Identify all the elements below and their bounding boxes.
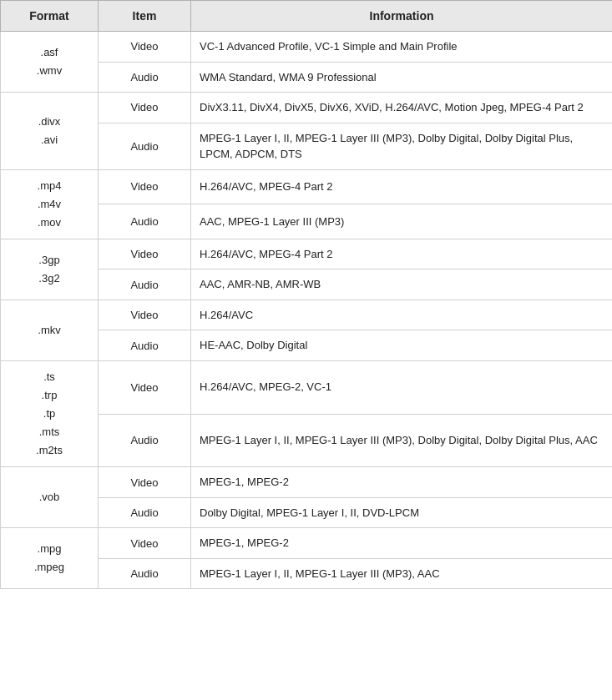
item-cell: Audio: [99, 204, 191, 239]
item-cell: Audio: [99, 414, 191, 467]
table-row: .ts.trp.tp.mts.m2tsVideoH.264/AVC, MPEG-…: [1, 360, 613, 414]
item-cell: Audio: [99, 330, 191, 361]
table-row: .3gp.3g2VideoH.264/AVC, MPEG-4 Part 2: [1, 239, 613, 269]
table-row: .vobVideoMPEG-1, MPEG-2: [1, 467, 613, 498]
item-cell: Audio: [99, 558, 191, 589]
info-cell: MPEG-1, MPEG-2: [191, 467, 613, 498]
info-cell: VC-1 Advanced Profile, VC-1 Simple and M…: [191, 32, 613, 63]
format-cell: .mp4.m4v.mov: [1, 169, 99, 239]
item-cell: Video: [99, 239, 191, 269]
format-cell: .mkv: [1, 300, 99, 360]
table-row: .asf.wmvVideoVC-1 Advanced Profile, VC-1…: [1, 32, 613, 63]
info-cell: WMA Standard, WMA 9 Professional: [191, 62, 613, 93]
header-format: Format: [1, 1, 99, 32]
header-information: Information: [191, 1, 613, 32]
table-row: .mpg.mpegVideoMPEG-1, MPEG-2: [1, 528, 613, 559]
item-cell: Video: [99, 467, 191, 498]
item-cell: Video: [99, 32, 191, 63]
item-cell: Video: [99, 528, 191, 559]
info-cell: H.264/AVC, MPEG-2, VC-1: [191, 360, 613, 414]
table-row: .divx.aviVideoDivX3.11, DivX4, DivX5, Di…: [1, 93, 613, 123]
info-cell: DivX3.11, DivX4, DivX5, DivX6, XViD, H.2…: [191, 93, 613, 123]
format-cell: .ts.trp.tp.mts.m2ts: [1, 360, 99, 466]
table-row: .mp4.m4v.movVideoH.264/AVC, MPEG-4 Part …: [1, 169, 613, 204]
format-cell: .asf.wmv: [1, 32, 99, 93]
info-cell: MPEG-1, MPEG-2: [191, 528, 613, 559]
header-item: Item: [99, 1, 191, 32]
item-cell: Video: [99, 93, 191, 123]
item-cell: Audio: [99, 497, 191, 528]
table-header-row: Format Item Information: [1, 1, 613, 32]
item-cell: Video: [99, 300, 191, 330]
info-cell: MPEG-1 Layer I, II, MPEG-1 Layer III (MP…: [191, 414, 613, 467]
format-cell: .divx.avi: [1, 93, 99, 170]
info-cell: AAC, MPEG-1 Layer III (MP3): [191, 204, 613, 239]
info-cell: H.264/AVC, MPEG-4 Part 2: [191, 169, 613, 204]
item-cell: Audio: [99, 269, 191, 300]
item-cell: Audio: [99, 62, 191, 93]
info-cell: MPEG-1 Layer I, II, MPEG-1 Layer III (MP…: [191, 558, 613, 589]
info-cell: Dolby Digital, MPEG-1 Layer I, II, DVD-L…: [191, 497, 613, 528]
item-cell: Video: [99, 360, 191, 414]
item-cell: Audio: [99, 123, 191, 169]
table-row: .mkvVideoH.264/AVC: [1, 300, 613, 330]
info-cell: HE-AAC, Dolby Digital: [191, 330, 613, 361]
info-cell: H.264/AVC: [191, 300, 613, 330]
item-cell: Video: [99, 169, 191, 204]
format-cell: .vob: [1, 467, 99, 528]
info-cell: H.264/AVC, MPEG-4 Part 2: [191, 239, 613, 269]
info-cell: MPEG-1 Layer I, II, MPEG-1 Layer III (MP…: [191, 123, 613, 169]
info-cell: AAC, AMR-NB, AMR-WB: [191, 269, 613, 300]
format-table: Format Item Information .asf.wmvVideoVC-…: [0, 0, 612, 589]
format-cell: .mpg.mpeg: [1, 528, 99, 589]
format-cell: .3gp.3g2: [1, 239, 99, 300]
